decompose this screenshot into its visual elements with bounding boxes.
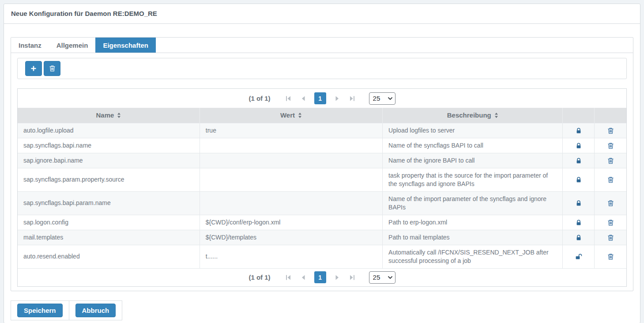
table-row: sap.syncflags.bapi.param.name Name of th… bbox=[18, 191, 626, 215]
trash-icon[interactable] bbox=[607, 219, 614, 226]
column-header-beschreibung[interactable]: Beschreibung bbox=[383, 108, 563, 123]
property-name-cell[interactable]: sap.syncflags.param.property.source bbox=[18, 168, 200, 191]
page-1-button[interactable]: 1 bbox=[314, 271, 326, 283]
column-header-lock bbox=[563, 108, 595, 123]
column-header-delete bbox=[595, 108, 626, 123]
save-cell: Speichern bbox=[11, 300, 69, 320]
property-name-cell[interactable]: sap.syncflags.bapi.name bbox=[18, 138, 200, 153]
table-row: auto.logfile.upload true Upload logfiles… bbox=[18, 123, 626, 138]
column-header-beschreibung-label: Beschreibung bbox=[447, 111, 491, 119]
lock-icon[interactable] bbox=[575, 142, 582, 149]
property-name-cell[interactable]: sap.ignore.bapi.name bbox=[18, 153, 200, 168]
first-page-icon[interactable] bbox=[283, 93, 294, 104]
trash-icon[interactable] bbox=[607, 157, 614, 164]
properties-toolbar bbox=[17, 58, 627, 79]
save-button[interactable]: Speichern bbox=[17, 304, 63, 317]
property-name-cell[interactable]: mail.templates bbox=[18, 230, 200, 245]
delete-cell[interactable] bbox=[595, 215, 626, 230]
footer-bar: Speichern Abbruch bbox=[11, 300, 633, 320]
trash-icon[interactable] bbox=[607, 200, 614, 207]
lock-cell[interactable] bbox=[563, 215, 595, 230]
property-name-cell[interactable]: auto.resend.enabled bbox=[18, 245, 200, 268]
properties-table: (1 of 1) 1 bbox=[17, 88, 627, 287]
property-beschreibung-cell[interactable]: Path to erp-logon.xml bbox=[383, 215, 563, 230]
lock-cell[interactable] bbox=[563, 138, 595, 153]
trash-icon[interactable] bbox=[607, 142, 614, 149]
property-wert-cell[interactable]: ${CWD}/templates bbox=[200, 230, 382, 245]
delete-cell[interactable] bbox=[595, 153, 626, 168]
page-title: Neue Konfiguration für Daemon RE:DEMO_RE bbox=[4, 4, 640, 24]
property-name-cell[interactable]: sap.logon.config bbox=[18, 215, 200, 230]
lock-cell[interactable] bbox=[563, 245, 595, 268]
property-wert-cell[interactable] bbox=[200, 168, 382, 191]
property-wert-cell[interactable]: t...... bbox=[200, 245, 382, 268]
trash-icon bbox=[49, 65, 56, 72]
table-row: sap.ignore.bapi.name Name of the ignore … bbox=[18, 153, 626, 168]
property-wert-cell[interactable]: ${CWD}/conf/erp-logon.xml bbox=[200, 215, 382, 230]
lock-cell[interactable] bbox=[563, 168, 595, 191]
tab-instanz[interactable]: Instanz bbox=[11, 38, 49, 53]
delete-property-button[interactable] bbox=[44, 61, 60, 76]
unlock-icon[interactable] bbox=[575, 253, 583, 260]
property-beschreibung-cell[interactable]: Name of the syncflags BAPI to call bbox=[383, 138, 563, 153]
trash-icon[interactable] bbox=[607, 253, 614, 260]
property-beschreibung-cell[interactable]: Upload logfiles to server bbox=[383, 123, 563, 138]
delete-cell[interactable] bbox=[595, 245, 626, 268]
previous-page-icon[interactable] bbox=[298, 93, 309, 104]
last-page-icon[interactable] bbox=[347, 272, 358, 283]
trash-icon[interactable] bbox=[607, 234, 614, 241]
sort-icon bbox=[494, 112, 498, 118]
delete-cell[interactable] bbox=[595, 230, 626, 245]
delete-cell[interactable] bbox=[595, 138, 626, 153]
rows-per-page-select[interactable]: 25 bbox=[369, 271, 395, 284]
tab-allgemein[interactable]: Allgemein bbox=[49, 38, 96, 53]
lock-icon[interactable] bbox=[575, 200, 582, 207]
trash-icon[interactable] bbox=[607, 176, 614, 183]
property-beschreibung-cell[interactable]: Automatically call /IFCNX/SIS_RESEND_NEX… bbox=[383, 245, 563, 268]
property-wert-cell[interactable] bbox=[200, 153, 382, 168]
property-wert-cell[interactable]: true bbox=[200, 123, 382, 138]
table-row: auto.resend.enabled t...... Automaticall… bbox=[18, 245, 626, 268]
column-header-wert[interactable]: Wert bbox=[200, 108, 382, 123]
property-beschreibung-cell[interactable]: Name of the import parameter of the sync… bbox=[383, 191, 563, 215]
lock-cell[interactable] bbox=[563, 153, 595, 168]
rows-per-page-select[interactable]: 25 bbox=[369, 92, 395, 105]
lock-cell[interactable] bbox=[563, 123, 595, 138]
lock-icon[interactable] bbox=[575, 219, 582, 226]
column-header-name[interactable]: Name bbox=[18, 108, 200, 123]
lock-icon[interactable] bbox=[575, 127, 582, 134]
lock-cell[interactable] bbox=[563, 230, 595, 245]
delete-cell[interactable] bbox=[595, 191, 626, 215]
lock-icon[interactable] bbox=[575, 176, 582, 183]
lock-cell[interactable] bbox=[563, 191, 595, 215]
property-wert-cell[interactable] bbox=[200, 138, 382, 153]
page-1-button[interactable]: 1 bbox=[314, 92, 326, 104]
lock-icon[interactable] bbox=[575, 234, 582, 241]
trash-icon[interactable] bbox=[607, 127, 614, 134]
cancel-button[interactable]: Abbruch bbox=[75, 304, 116, 317]
next-page-icon[interactable] bbox=[332, 272, 343, 283]
property-name-cell[interactable]: auto.logfile.upload bbox=[18, 123, 200, 138]
property-beschreibung-cell[interactable]: task property that is the source for the… bbox=[383, 168, 563, 191]
property-wert-cell[interactable] bbox=[200, 191, 382, 215]
delete-cell[interactable] bbox=[595, 168, 626, 191]
tab-allgemein-label: Allgemein bbox=[56, 42, 88, 49]
next-page-icon[interactable] bbox=[332, 93, 343, 104]
column-header-wert-label: Wert bbox=[280, 111, 295, 119]
delete-cell[interactable] bbox=[595, 123, 626, 138]
first-page-icon[interactable] bbox=[283, 272, 294, 283]
lock-icon[interactable] bbox=[575, 157, 582, 164]
paginator-top: (1 of 1) 1 bbox=[18, 89, 626, 108]
previous-page-icon[interactable] bbox=[298, 272, 309, 283]
last-page-icon[interactable] bbox=[347, 93, 358, 104]
sort-icon bbox=[117, 112, 121, 118]
panel-body: Instanz Allgemein Eigenschaften bbox=[4, 24, 640, 323]
tab-eigenschaften[interactable]: Eigenschaften bbox=[95, 38, 156, 53]
tabview: Instanz Allgemein Eigenschaften bbox=[11, 37, 633, 291]
property-beschreibung-cell[interactable]: Path to mail templates bbox=[383, 230, 563, 245]
paginator-status: (1 of 1) bbox=[249, 95, 270, 102]
tab-panel-eigenschaften: (1 of 1) 1 bbox=[11, 53, 633, 291]
add-property-button[interactable] bbox=[25, 61, 42, 76]
property-beschreibung-cell[interactable]: Name of the ignore BAPI to call bbox=[383, 153, 563, 168]
property-name-cell[interactable]: sap.syncflags.bapi.param.name bbox=[18, 191, 200, 215]
